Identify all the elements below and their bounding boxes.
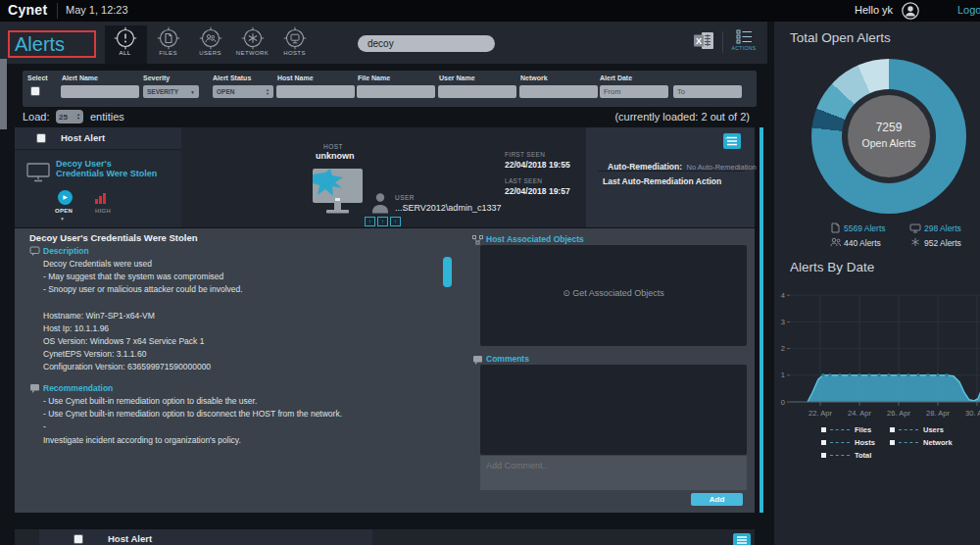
network-stat-icon bbox=[910, 237, 920, 247]
actions-button[interactable]: ACTIONS bbox=[729, 29, 759, 57]
date-from-input[interactable] bbox=[600, 85, 668, 98]
legend-checkbox[interactable] bbox=[890, 440, 895, 445]
up-arrow-icon: ↑ bbox=[365, 217, 375, 226]
topbar-date: May 1, 12:23 bbox=[66, 4, 128, 16]
user-value: ...SERV2012\admin_c1337 bbox=[395, 203, 501, 213]
load-count-value: 25 bbox=[59, 113, 68, 122]
host-monitor-icon bbox=[26, 163, 50, 183]
legend-item-users[interactable]: Users bbox=[890, 425, 944, 434]
svg-text:4: 4 bbox=[781, 291, 785, 300]
next-alert-checkbox[interactable] bbox=[74, 534, 83, 544]
alert-select-checkbox[interactable] bbox=[36, 133, 46, 143]
decoy-arrows: ↑ ↑ ↑ bbox=[365, 217, 401, 226]
cynet-dashboard: Cynet May 1, 12:23 Hello yk Logout Alert… bbox=[0, 0, 980, 545]
status-value: OPEN bbox=[217, 88, 234, 95]
filter-file-name-label: File Name bbox=[358, 74, 390, 81]
description-line: - May suggest that the system was compro… bbox=[43, 272, 223, 281]
host-name-input[interactable] bbox=[276, 85, 355, 98]
date-to-input[interactable] bbox=[673, 85, 742, 98]
last-seen-value: 22/04/2018 19:57 bbox=[505, 186, 570, 196]
filter-select-checkbox[interactable] bbox=[30, 86, 40, 96]
top-bar: Cynet May 1, 12:23 Hello yk Logout bbox=[0, 0, 980, 22]
alert-name-input[interactable] bbox=[61, 85, 139, 98]
description-line: Decoy Credentials were used bbox=[43, 259, 152, 269]
legend-checkbox[interactable] bbox=[821, 453, 826, 458]
add-comment-button[interactable]: Add bbox=[691, 493, 743, 506]
alerts-by-date-title: Alerts By Date bbox=[790, 260, 874, 274]
actions-list-icon bbox=[729, 29, 759, 44]
app-logo: Cynet bbox=[8, 2, 47, 18]
legend-checkbox[interactable] bbox=[890, 427, 895, 432]
legend-checkbox[interactable] bbox=[821, 427, 826, 432]
description-bubble-icon bbox=[29, 246, 40, 257]
first-seen-value: 22/04/2018 19:55 bbox=[505, 160, 570, 170]
legend-dash-line bbox=[899, 442, 918, 443]
logout-link[interactable]: Logout bbox=[957, 4, 980, 16]
tab-files[interactable]: FILES bbox=[147, 26, 189, 64]
tab-users[interactable]: USERS bbox=[189, 26, 231, 64]
user-silhouette-icon bbox=[370, 192, 390, 214]
tab-all[interactable]: ALL bbox=[104, 26, 146, 64]
alerts-title-box: Alerts bbox=[8, 30, 96, 58]
actions-label: ACTIONS bbox=[729, 45, 759, 51]
filter-host-name-label: Host Name bbox=[277, 74, 314, 81]
excel-export-button[interactable]: X bbox=[693, 31, 714, 50]
alert-card-header: Host Alert bbox=[15, 127, 181, 150]
legend-label: Network bbox=[923, 438, 953, 447]
loaded-info: (currently loaded: 2 out of 2) bbox=[456, 111, 750, 123]
get-associated-objects-button[interactable]: ⊙ Get Associated Objects bbox=[480, 288, 747, 298]
legend-checkbox[interactable] bbox=[821, 440, 826, 445]
search-input[interactable] bbox=[358, 35, 495, 52]
load-count-stepper[interactable]: 25 ▲▼ bbox=[56, 110, 83, 124]
host-info-line: Hostname: Win7-SP1-x64-VM bbox=[43, 311, 155, 321]
recommendation-bubble-icon bbox=[29, 383, 40, 394]
filter-select-label: Select bbox=[27, 74, 48, 81]
legend-dash-line bbox=[830, 429, 850, 430]
next-alert-type-label: Host Alert bbox=[108, 533, 152, 544]
legend-item-files[interactable]: Files bbox=[821, 425, 871, 434]
tab-users-label: USERS bbox=[189, 50, 231, 56]
svg-text:30. Apr: 30. Apr bbox=[965, 409, 980, 418]
recommendation-line: - Use Cynet built-in remediation option … bbox=[43, 396, 257, 406]
file-circle-icon bbox=[147, 26, 189, 50]
users-alert-count: 440 Alerts bbox=[844, 238, 881, 248]
tab-network[interactable]: NETWORK bbox=[231, 26, 273, 64]
recommendation-line: - bbox=[43, 421, 46, 431]
next-alert-header: Host Alert bbox=[39, 529, 372, 545]
up-arrow-icon: ↑ bbox=[377, 217, 388, 226]
description-scrollbar-thumb[interactable] bbox=[443, 257, 452, 287]
network-input[interactable] bbox=[519, 85, 598, 98]
alert-title-link[interactable]: Decoy User's Credentials Were Stolen bbox=[56, 159, 157, 178]
topbar-greeting: Hello yk bbox=[855, 4, 893, 16]
alerts-by-date-chart: 22. Apr24. Apr26. Apr28. Apr30. Apr01234 bbox=[774, 286, 980, 421]
status-dropdown-caret[interactable]: ▼ bbox=[60, 216, 65, 222]
legend-label: Users bbox=[923, 425, 944, 434]
next-alert-actions-icon[interactable] bbox=[733, 533, 751, 545]
user-name-input[interactable] bbox=[438, 85, 516, 98]
filter-alert-name-label: Alert Name bbox=[62, 74, 98, 81]
tab-hosts[interactable]: HOSTS bbox=[273, 26, 316, 64]
add-comment-textarea[interactable] bbox=[480, 456, 747, 490]
remediation-actions-icon[interactable] bbox=[723, 133, 741, 149]
up-arrow-icon: ↑ bbox=[390, 217, 401, 226]
legend-item-total[interactable]: Total bbox=[821, 451, 871, 460]
alert-status-dropdown[interactable]: OPEN ▲▼ bbox=[213, 85, 273, 98]
file-stat-icon bbox=[831, 223, 840, 233]
legend-item-network[interactable]: Network bbox=[890, 438, 953, 447]
status-open-icon: ▶ bbox=[58, 190, 73, 205]
comments-list-panel bbox=[480, 365, 747, 455]
infected-host-illustration bbox=[312, 169, 365, 220]
severity-dropdown[interactable]: SEVERITY ▼ bbox=[143, 85, 199, 98]
detail-scroll-accent[interactable] bbox=[760, 127, 763, 513]
load-suffix: entities bbox=[90, 111, 124, 123]
filter-date-label: Alert Date bbox=[600, 74, 632, 81]
host-info-line: CynetEPS Version: 3.1.1.60 bbox=[43, 349, 146, 359]
tab-all-label: ALL bbox=[104, 50, 146, 56]
tab-network-label: NETWORK bbox=[231, 50, 273, 56]
avatar[interactable] bbox=[902, 2, 919, 20]
detail-title: Decoy User's Credentials Were Stolen bbox=[29, 232, 198, 243]
file-name-input[interactable] bbox=[357, 85, 435, 98]
description-header: Description bbox=[43, 246, 89, 256]
legend-item-hosts[interactable]: Hosts bbox=[821, 438, 875, 447]
first-seen-label: FIRST SEEN bbox=[505, 151, 545, 158]
